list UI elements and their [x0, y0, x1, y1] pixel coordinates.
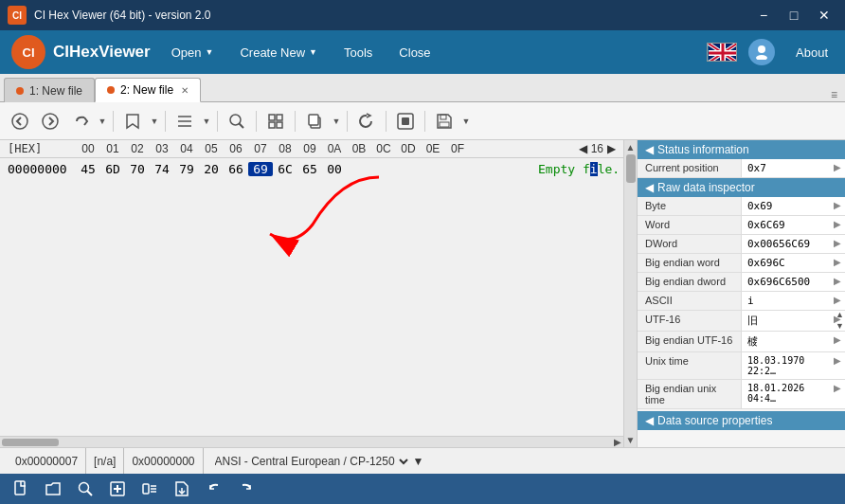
list-button[interactable]: [171, 107, 199, 135]
svg-rect-23: [277, 122, 282, 128]
search-button[interactable]: [223, 107, 251, 135]
hex-nav-left[interactable]: ◀: [579, 142, 587, 155]
bt-add[interactable]: [104, 477, 131, 500]
maximize-button[interactable]: □: [781, 5, 807, 26]
hex-byte-2[interactable]: 70: [125, 162, 150, 176]
forward-button[interactable]: [36, 107, 64, 135]
bt-export[interactable]: [169, 477, 195, 500]
redo-button[interactable]: [66, 107, 95, 135]
hex-col-00: 00: [76, 142, 100, 155]
titlebar-left: CI CI Hex Viewer (64 bit) - version 2.0: [8, 6, 211, 25]
hex-byte-6[interactable]: 66: [224, 162, 248, 176]
be-utf16-arrow[interactable]: ▶: [830, 332, 845, 351]
save-button[interactable]: [430, 107, 458, 135]
tab-close-2[interactable]: ✕: [181, 85, 189, 96]
menu-tools[interactable]: Tools: [331, 30, 386, 74]
hex-byte-1[interactable]: 6D: [100, 162, 125, 176]
list-arrow[interactable]: ▼: [201, 107, 212, 135]
hscroll-thumb[interactable]: [2, 439, 59, 446]
menu-right: About: [707, 30, 841, 74]
sidebar-up-arrow[interactable]: ▲: [835, 309, 845, 320]
tabbar-more[interactable]: ≡: [823, 88, 845, 101]
copy-button[interactable]: [300, 107, 329, 135]
be-dword-val: 0x696C6500: [742, 273, 830, 291]
sidebar: ◀ Status information Current position 0x…: [637, 140, 845, 447]
bt-redo[interactable]: [233, 477, 260, 500]
redo-arrow[interactable]: ▼: [97, 107, 108, 135]
encoding-select[interactable]: ANSI - Central European / CP-1250: [211, 454, 411, 469]
logo-text: CIHexViewer: [53, 43, 151, 62]
bookmark-arrow[interactable]: ▼: [149, 107, 160, 135]
titlebar-controls: − □ ✕: [750, 5, 837, 26]
status-na: [n/a]: [86, 448, 124, 474]
vscroll-thumb[interactable]: [626, 154, 636, 183]
close-button[interactable]: ✕: [811, 5, 837, 26]
refresh-button[interactable]: [352, 107, 381, 135]
sidebar-down-arrow[interactable]: ▼: [835, 320, 845, 332]
hex-scroll-area[interactable]: 00000000 45 6D 70 74 79 20 66 69 6C 65 0…: [0, 158, 623, 436]
bt-new-file[interactable]: [8, 477, 34, 500]
copy-arrow[interactable]: ▼: [331, 107, 342, 135]
vscroll-down-arrow[interactable]: ▼: [626, 435, 636, 445]
status-position: 0x00000007: [8, 448, 86, 474]
data-source-arrow: ◀: [645, 414, 654, 427]
sidebar-scroll-arrows[interactable]: ▲ ▼: [835, 309, 845, 332]
ascii-arrow[interactable]: ▶: [830, 292, 845, 310]
dword-arrow[interactable]: ▶: [830, 235, 845, 253]
hex-byte-5[interactable]: 20: [199, 162, 224, 176]
encoding-dropdown-icon[interactable]: ▼: [413, 455, 424, 468]
tab-2[interactable]: 2: New file ✕: [95, 78, 201, 102]
bt-open-file[interactable]: [40, 477, 66, 500]
tab-dot-2: [107, 86, 115, 94]
be-unix-val: 18.01.2026 04:4…: [742, 380, 830, 408]
be-unix-arrow[interactable]: ▶: [830, 380, 845, 408]
hex-byte-4[interactable]: 79: [174, 162, 199, 176]
hex-byte-7[interactable]: 69: [248, 162, 273, 176]
data-source-header[interactable]: ◀ Data source properties: [638, 411, 845, 430]
menu-close[interactable]: Close: [386, 30, 443, 74]
raw-row-dword: DWord 0x00656C69 ▶: [638, 235, 845, 254]
menu-create-new[interactable]: Create New ▼: [226, 30, 331, 74]
unix-arrow[interactable]: ▶: [830, 352, 845, 379]
be-utf16-val: 榩: [742, 332, 830, 351]
minimize-button[interactable]: −: [750, 5, 777, 26]
menu-about[interactable]: About: [782, 30, 841, 74]
status-info-header[interactable]: ◀ Status information: [638, 140, 845, 159]
hex-byte-10[interactable]: 00: [322, 162, 347, 176]
hex-col-05: 05: [199, 142, 224, 155]
byte-arrow[interactable]: ▶: [830, 197, 845, 215]
hex-hscroll[interactable]: ▶: [0, 436, 623, 447]
language-flag[interactable]: [707, 43, 737, 62]
hscroll-right-arrow[interactable]: ▶: [612, 437, 623, 447]
raw-data-header[interactable]: ◀ Raw data inspector: [638, 178, 845, 197]
back-button[interactable]: [6, 107, 34, 135]
be-word-arrow[interactable]: ▶: [830, 254, 845, 272]
current-position-arrow[interactable]: ▶: [830, 159, 845, 177]
byte-key: Byte: [638, 197, 742, 215]
hex-row-bytes-0: 45 6D 70 74 79 20 66 69 6C 65 00: [76, 162, 510, 176]
hex-vscrollbar[interactable]: ▲ ▼: [623, 140, 637, 447]
vscroll-up-arrow[interactable]: ▲: [626, 142, 636, 153]
toggle-button[interactable]: [391, 107, 420, 135]
hex-byte-8[interactable]: 6C: [273, 162, 297, 176]
bt-undo[interactable]: [201, 477, 227, 500]
word-arrow[interactable]: ▶: [830, 216, 845, 234]
hex-nav-right[interactable]: ▶: [607, 142, 616, 155]
status-encoding[interactable]: ANSI - Central European / CP-1250 ▼: [204, 448, 432, 474]
be-dword-arrow[interactable]: ▶: [830, 273, 845, 291]
user-icon[interactable]: [748, 39, 775, 65]
tab-1[interactable]: 1: New file: [4, 78, 95, 102]
svg-text:CI: CI: [23, 45, 35, 60]
save-arrow[interactable]: ▼: [460, 107, 472, 135]
grid-button[interactable]: [261, 107, 290, 135]
logo-circle: CI: [11, 35, 45, 69]
hex-byte-0[interactable]: 45: [76, 162, 100, 176]
bt-navigate[interactable]: [136, 477, 163, 500]
bookmark-button[interactable]: [118, 107, 147, 135]
hex-row-0: 00000000 45 6D 70 74 79 20 66 69 6C 65 0…: [0, 158, 623, 180]
raw-row-ascii: ASCII i ▶: [638, 292, 845, 311]
hex-byte-9[interactable]: 65: [297, 162, 322, 176]
hex-byte-3[interactable]: 74: [150, 162, 174, 176]
menu-open[interactable]: Open ▼: [158, 30, 227, 74]
bt-search[interactable]: [72, 477, 99, 500]
